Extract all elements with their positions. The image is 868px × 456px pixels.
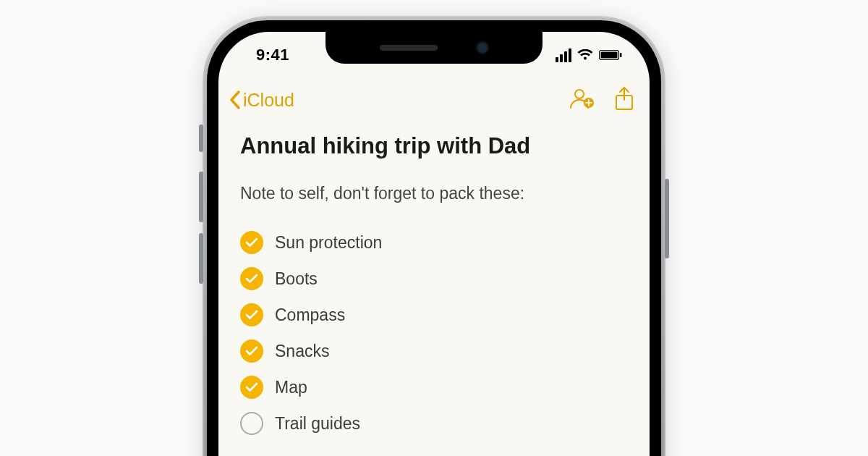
svg-rect-1 bbox=[601, 52, 618, 59]
svg-rect-2 bbox=[620, 53, 622, 57]
silence-switch bbox=[199, 124, 203, 152]
checkmark-circle-icon[interactable] bbox=[240, 231, 263, 254]
screen: 9:41 iCloud bbox=[218, 32, 650, 456]
checklist: Sun protectionBootsCompassSnacksMapTrail… bbox=[240, 231, 628, 435]
checklist-item[interactable]: Compass bbox=[240, 303, 628, 326]
wifi-icon bbox=[577, 49, 593, 61]
nav-actions bbox=[569, 86, 634, 114]
nav-bar: iCloud bbox=[218, 80, 650, 120]
svg-point-3 bbox=[575, 90, 584, 98]
phone-frame: 9:41 iCloud bbox=[203, 16, 665, 456]
note-title[interactable]: Annual hiking trip with Dad bbox=[240, 133, 628, 159]
cellular-icon bbox=[556, 48, 571, 62]
note-content[interactable]: Annual hiking trip with Dad Note to self… bbox=[218, 133, 650, 435]
checklist-item-label[interactable]: Sun protection bbox=[275, 233, 382, 253]
volume-up-button bbox=[199, 172, 203, 222]
checklist-item[interactable]: Boots bbox=[240, 267, 628, 290]
battery-icon bbox=[599, 50, 622, 60]
volume-down-button bbox=[199, 233, 203, 284]
checklist-item-label[interactable]: Boots bbox=[275, 269, 318, 289]
checkmark-circle-icon[interactable] bbox=[240, 376, 263, 399]
checklist-item-label[interactable]: Trail guides bbox=[275, 414, 360, 434]
status-bar: 9:41 bbox=[218, 32, 650, 72]
chevron-left-icon bbox=[229, 90, 242, 110]
power-button bbox=[665, 179, 669, 258]
status-time: 9:41 bbox=[243, 40, 289, 64]
checklist-item[interactable]: Sun protection bbox=[240, 231, 628, 254]
checklist-item[interactable]: Map bbox=[240, 376, 628, 399]
checklist-item-label[interactable]: Compass bbox=[275, 305, 345, 325]
add-person-button[interactable] bbox=[569, 87, 595, 113]
share-button[interactable] bbox=[615, 86, 634, 114]
checkmark-circle-icon[interactable] bbox=[240, 339, 263, 363]
note-subtitle[interactable]: Note to self, don't forget to pack these… bbox=[240, 184, 628, 203]
empty-circle-icon[interactable] bbox=[240, 412, 263, 435]
stage: 9:41 iCloud bbox=[0, 0, 868, 456]
back-label: iCloud bbox=[243, 90, 294, 111]
checklist-item-label[interactable]: Snacks bbox=[275, 342, 329, 361]
back-button[interactable]: iCloud bbox=[229, 90, 294, 111]
checklist-item-label[interactable]: Map bbox=[275, 378, 307, 397]
checklist-item[interactable]: Trail guides bbox=[240, 412, 628, 435]
checkmark-circle-icon[interactable] bbox=[240, 267, 263, 290]
checklist-item[interactable]: Snacks bbox=[240, 339, 628, 363]
checkmark-circle-icon[interactable] bbox=[240, 303, 263, 326]
status-right bbox=[556, 43, 625, 62]
